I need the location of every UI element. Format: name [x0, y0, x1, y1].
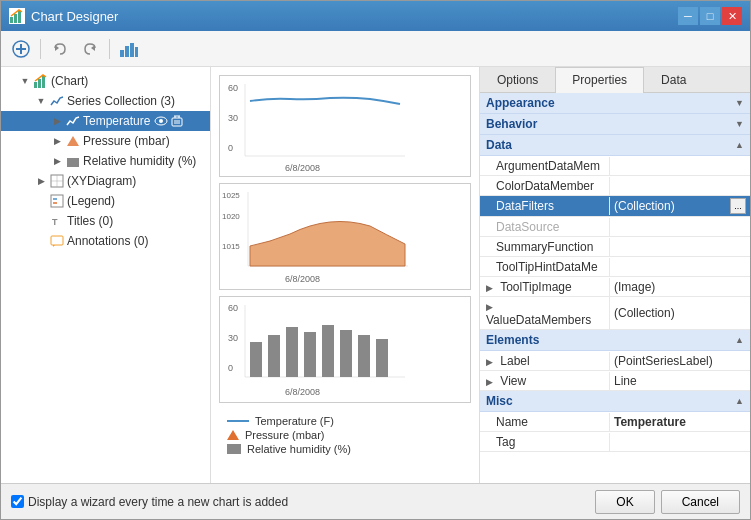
- tab-properties[interactable]: Properties: [555, 67, 644, 93]
- tabs-bar: Options Properties Data: [480, 67, 750, 93]
- svg-rect-1: [14, 14, 17, 23]
- prop-row-datafilters[interactable]: DataFilters (Collection) ...: [480, 196, 750, 217]
- tree-item-temperature[interactable]: ▶ Temperature: [1, 111, 210, 131]
- prop-row-name[interactable]: Name Temperature: [480, 412, 750, 432]
- tree-label-legend: (Legend): [67, 194, 115, 208]
- svg-marker-6: [55, 45, 59, 51]
- prop-row-label[interactable]: ▶ Label (PointSeriesLabel): [480, 351, 750, 371]
- tree-label-titles: Titles (0): [67, 214, 113, 228]
- prop-value-tag: [610, 440, 750, 444]
- window-controls: ─ □ ✕: [678, 7, 742, 25]
- toolbar: [1, 31, 750, 67]
- humidity-icon: [65, 153, 81, 169]
- section-data[interactable]: Data ▲: [480, 135, 750, 156]
- tree-action-icons: [154, 114, 184, 128]
- add-button[interactable]: [7, 36, 35, 62]
- svg-text:6/8/2008: 6/8/2008: [285, 387, 320, 397]
- name-value-bold: Temperature: [614, 415, 686, 429]
- prop-row-valuedatamembers[interactable]: ▶ ValueDataMembers (Collection): [480, 297, 750, 330]
- xy-diagram-icon: [49, 173, 65, 189]
- expander-pressure: ▶: [49, 133, 65, 149]
- tree-item-xy-diagram[interactable]: ▶ (XYDiagram): [1, 171, 210, 191]
- temperature-icon: [65, 113, 81, 129]
- prop-row-view[interactable]: ▶ View Line: [480, 371, 750, 391]
- tab-options[interactable]: Options: [480, 67, 555, 92]
- prop-row-tag[interactable]: Tag: [480, 432, 750, 452]
- section-misc-arrow: ▲: [735, 396, 744, 406]
- svg-text:30: 30: [228, 113, 238, 123]
- svg-rect-2: [18, 11, 21, 23]
- series-collection-icon: [49, 93, 65, 109]
- svg-rect-14: [42, 76, 45, 88]
- tree-item-pressure[interactable]: ▶ Pressure (mbar): [1, 131, 210, 151]
- properties-panel: Appearance ▼ Behavior ▼ Data ▲ ArgumentD…: [480, 93, 750, 483]
- svg-text:1025: 1025: [222, 191, 240, 200]
- window-title: Chart Designer: [31, 9, 678, 24]
- prop-row-tooltipimage[interactable]: ▶ ToolTipImage (Image): [480, 277, 750, 297]
- bottom-buttons: OK Cancel: [595, 490, 740, 514]
- section-misc[interactable]: Misc ▲: [480, 391, 750, 412]
- svg-rect-13: [38, 79, 41, 88]
- minimize-button[interactable]: ─: [678, 7, 698, 25]
- prop-row-argumentdatamem[interactable]: ArgumentDataMem: [480, 156, 750, 176]
- chart-type-button[interactable]: [115, 36, 143, 62]
- eye-icon[interactable]: [154, 114, 168, 128]
- section-elements[interactable]: Elements ▲: [480, 330, 750, 351]
- tree-item-titles[interactable]: T Titles (0): [1, 211, 210, 231]
- legend-item-temperature: Temperature (F): [227, 415, 463, 427]
- section-behavior[interactable]: Behavior ▼: [480, 114, 750, 135]
- section-elements-label: Elements: [486, 333, 539, 347]
- prop-row-summaryfunction[interactable]: SummaryFunction: [480, 237, 750, 257]
- prop-row-colordatamember[interactable]: ColorDataMember: [480, 176, 750, 196]
- svg-rect-52: [250, 342, 262, 377]
- prop-row-tooltiphintdatame[interactable]: ToolTipHintDataMe: [480, 257, 750, 277]
- section-appearance[interactable]: Appearance ▼: [480, 93, 750, 114]
- wizard-checkbox[interactable]: [11, 495, 24, 508]
- prop-name-tooltiphintdatame: ToolTipHintDataMe: [480, 258, 610, 276]
- delete-icon[interactable]: [170, 114, 184, 128]
- tooltipimage-expander: ▶: [486, 283, 493, 293]
- datafilters-edit-button[interactable]: ...: [730, 198, 746, 214]
- tree-item-series-collection[interactable]: ▼ Series Collection (3): [1, 91, 210, 111]
- prop-value-tooltiphintdatame: [610, 265, 750, 269]
- prop-name-datasource: DataSource: [480, 218, 610, 236]
- prop-name-view: ▶ View: [480, 372, 610, 390]
- svg-rect-33: [51, 236, 63, 245]
- label-name-text: Label: [500, 354, 529, 368]
- legend-label-temperature: Temperature (F): [255, 415, 334, 427]
- prop-row-datasource: DataSource: [480, 217, 750, 237]
- svg-text:30: 30: [228, 333, 238, 343]
- tab-data[interactable]: Data: [644, 67, 703, 92]
- tree-item-humidity[interactable]: ▶ Relative humidity (%): [1, 151, 210, 171]
- svg-text:0: 0: [228, 143, 233, 153]
- prop-name-label: ▶ Label: [480, 352, 610, 370]
- svg-rect-55: [304, 332, 316, 377]
- svg-rect-12: [34, 82, 37, 88]
- cancel-button[interactable]: Cancel: [661, 490, 740, 514]
- redo-button[interactable]: [76, 36, 104, 62]
- expander-legend: [33, 193, 49, 209]
- bar-chart-preview: 60 30 0 6/8/2008: [219, 296, 471, 403]
- svg-point-16: [159, 119, 163, 123]
- prop-name-datafilters: DataFilters: [480, 197, 610, 215]
- tree-item-chart[interactable]: ▼ (Chart): [1, 71, 210, 91]
- title-bar: Chart Designer ─ □ ✕: [1, 1, 750, 31]
- area-chart-svg: 1025 1020 1015 6/8/2008: [220, 184, 415, 289]
- expander-annotations: [33, 233, 49, 249]
- svg-text:1015: 1015: [222, 242, 240, 251]
- prop-name-tooltipimage: ▶ ToolTipImage: [480, 278, 610, 296]
- maximize-button[interactable]: □: [700, 7, 720, 25]
- prop-name-valuedatamembers: ▶ ValueDataMembers: [480, 297, 610, 329]
- tree-item-legend[interactable]: (Legend): [1, 191, 210, 211]
- undo-button[interactable]: [46, 36, 74, 62]
- ok-button[interactable]: OK: [595, 490, 654, 514]
- chart-legend: Temperature (F) Pressure (mbar) Relative…: [219, 409, 471, 463]
- tree-item-annotations[interactable]: Annotations (0): [1, 231, 210, 251]
- area-chart-preview: 1025 1020 1015 6/8/2008: [219, 183, 471, 290]
- view-expander: ▶: [486, 377, 493, 387]
- svg-text:0: 0: [228, 363, 233, 373]
- wizard-checkbox-text: Display a wizard every time a new chart …: [28, 495, 288, 509]
- wizard-checkbox-label[interactable]: Display a wizard every time a new chart …: [11, 495, 595, 509]
- close-button[interactable]: ✕: [722, 7, 742, 25]
- tree-panel: ▼ (Chart) ▼: [1, 67, 211, 483]
